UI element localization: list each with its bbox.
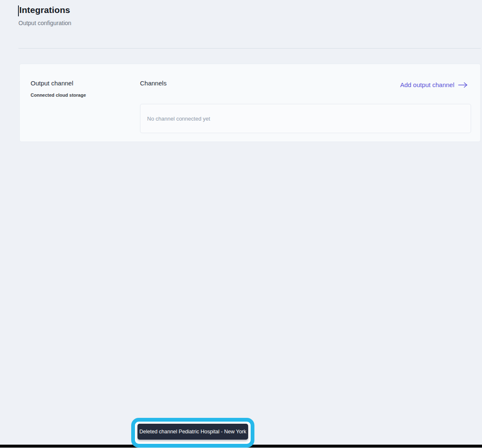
output-channel-card: Output channel Connected cloud storage C… <box>19 64 481 142</box>
section-subtitle: Connected cloud storage <box>31 93 86 98</box>
arrow-right-icon <box>458 82 468 88</box>
channels-empty-box: No channel connected yet <box>140 104 471 133</box>
channels-label: Channels <box>140 80 166 87</box>
text-caret <box>18 5 19 16</box>
header-divider <box>18 48 481 49</box>
toast-message: Deleted channel Pediatric Hospital - New… <box>140 429 246 435</box>
section-title: Output channel <box>31 80 73 87</box>
annotation-highlight: Deleted channel Pediatric Hospital - New… <box>131 418 254 448</box>
page-title: Integrations <box>19 5 70 15</box>
empty-state-text: No channel connected yet <box>147 116 210 122</box>
integrations-page: Integrations Output configuration Output… <box>0 0 482 448</box>
add-output-channel-link[interactable]: Add output channel <box>400 81 468 88</box>
toast-notification: Deleted channel Pediatric Hospital - New… <box>137 424 248 440</box>
add-output-channel-label: Add output channel <box>400 81 454 88</box>
page-subtitle: Output configuration <box>18 20 71 26</box>
